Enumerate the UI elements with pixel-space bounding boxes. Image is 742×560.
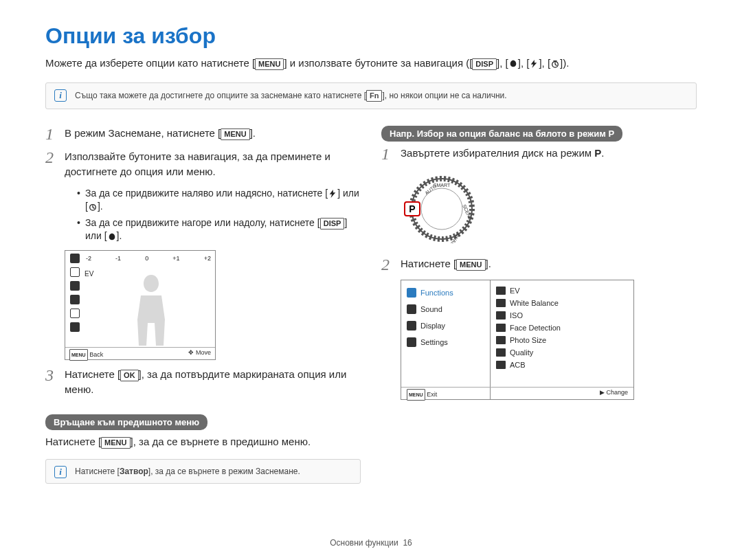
ev-label: EV: [85, 270, 93, 278]
shutter-label: Затвор: [120, 467, 148, 476]
mode-dial-icon: P AUTO SMART SCENE DUAL: [401, 175, 476, 243]
ev-m2: -2: [86, 255, 91, 267]
step-number-r2: 2: [381, 256, 394, 273]
svg-text:P: P: [409, 203, 415, 214]
fn-key: Fn: [366, 90, 382, 102]
ri-face: Face Detection: [491, 322, 633, 334]
ls1-pre: В режим Заснемане, натиснете [: [65, 127, 221, 139]
ev-p2: +2: [204, 255, 211, 267]
columns: 1 В режим Заснемане, натиснете [MENU]. 2…: [45, 126, 697, 501]
sep2: ], [: [518, 57, 530, 69]
ri-iso-label: ISO: [510, 311, 523, 320]
mi-sound-label: Sound: [420, 305, 442, 313]
mi-functions-label: Functions: [420, 289, 453, 297]
timer-icon: [550, 60, 560, 68]
subtitle-pre: Можете да изберете опции като натиснете …: [45, 57, 255, 69]
left-step-3-body: Натиснете [OK], за да потвърдите маркира…: [65, 367, 361, 398]
bullet-left-right: За да се придвижите наляво или надясно, …: [77, 187, 361, 214]
left-step-2: 2 Използвайте бутоните за навигация, за …: [45, 149, 361, 180]
subtitle-mid: ] и използвате бутоните за навигация ([: [284, 57, 472, 69]
ri-iso: ISO: [491, 309, 633, 322]
rs1-post: .: [601, 147, 604, 159]
footer-move: ✥ Move: [188, 349, 211, 358]
menu-item-display: Display: [401, 317, 490, 334]
left-column: 1 В режим Заснемане, натиснете [MENU]. 2…: [45, 126, 361, 501]
info-note-2: i Натиснете [Затвор], за да се върнете в…: [45, 459, 361, 484]
ri-ev: EV: [491, 284, 633, 297]
ri-quality-label: Quality: [510, 348, 533, 357]
p-mode: P: [594, 147, 601, 159]
ev-m1: -1: [115, 255, 121, 267]
left-step-1: 1 В режим Заснемане, натиснете [MENU].: [45, 126, 361, 142]
menu-key-2: MENU: [221, 128, 249, 140]
menu-item-functions: Functions: [401, 284, 490, 301]
ri-acb: ACB: [491, 359, 633, 371]
page-title: Опции за избор: [45, 23, 697, 49]
step-number-2: 2: [45, 149, 58, 180]
right-step-2: 2 Натиснете [MENU].: [381, 256, 697, 273]
timer-icon-2: [88, 203, 98, 211]
svg-text:SMART: SMART: [434, 183, 451, 188]
macro-icon: [508, 60, 518, 68]
left-step-1-body: В режим Заснемане, натиснете [MENU].: [65, 126, 361, 142]
wb-icon: [496, 299, 506, 307]
ri-size-label: Photo Size: [510, 336, 546, 344]
mf-change: ▶ Change: [600, 389, 628, 398]
macro-icon-2: [107, 233, 117, 241]
mf-exit: MENU Exit: [407, 389, 437, 398]
menu-key-small: MENU: [69, 349, 88, 361]
camera-ev-screen: -2 -1 0 +1 +2 EV MENU Back ✥ Move: [65, 250, 216, 360]
info-note-1: i Също така можете да достигнете до опци…: [45, 82, 697, 109]
step-number-3: 3: [45, 367, 58, 398]
return-line: Натиснете [MENU], за да се върнете в пре…: [45, 434, 361, 450]
menu-key-4: MENU: [456, 259, 485, 271]
ls1-post: ].: [250, 127, 256, 139]
flash-icon: [529, 60, 539, 68]
screen-footer: MENU Back ✥ Move: [65, 347, 215, 359]
ev-icon: [70, 254, 80, 263]
iso-icon-2: [496, 311, 506, 320]
menu-key-3: MENU: [101, 437, 130, 449]
ri-size: Photo Size: [491, 334, 633, 346]
camera-menu-screen: Functions Sound Display Settings EV Whit…: [401, 280, 634, 400]
acb-icon: [496, 361, 506, 369]
sep1: ], [: [497, 57, 508, 69]
face-icon-2: [496, 324, 506, 332]
manual-page: Опции за избор Можете да изберете опции …: [0, 0, 742, 560]
ri-acb-label: ACB: [510, 361, 526, 369]
rs2-post: ].: [486, 258, 491, 269]
ri-wb: White Balance: [491, 297, 633, 309]
menu-right-pane: EV White Balance ISO Face Detection Phot…: [491, 280, 633, 399]
step-number-r1: 1: [381, 146, 394, 162]
subtitle-end: ]).: [560, 57, 569, 69]
ri-wb-label: White Balance: [510, 299, 559, 307]
right-step-1: 1 Завъртете избирателния диск на режим P…: [381, 146, 697, 162]
b2-post: ].: [117, 230, 122, 241]
disp-key: DISP: [472, 58, 497, 70]
size-icon-2: [496, 336, 506, 344]
ri-face-label: Face Detection: [510, 324, 561, 332]
face-icon: [70, 281, 80, 291]
menu-left-pane: Functions Sound Display Settings: [401, 280, 491, 399]
iso-icon: [70, 267, 80, 277]
exit-label: Exit: [427, 391, 437, 398]
menu-item-settings: Settings: [401, 334, 490, 350]
ev-0: 0: [145, 255, 148, 267]
info2-post: ], за да се върнете в режим Заснемане.: [148, 467, 300, 476]
person-silhouette: [127, 271, 175, 347]
bullet-up-down: За да се придвижите нагоре или надолу, н…: [77, 216, 361, 243]
screen-left-icons: [68, 254, 82, 346]
flash-icon-2: [328, 190, 337, 198]
mi-display-label: Display: [420, 322, 445, 330]
disp-key-2: DISP: [320, 218, 345, 229]
example-subhead: Напр. Избор на опция баланс на бялото в …: [381, 126, 622, 142]
info1-pre: Също така можете да достигнете до опциит…: [75, 91, 366, 100]
ri-quality: Quality: [491, 346, 633, 359]
subtitle: Можете да изберете опции като натиснете …: [45, 56, 697, 71]
nav-bullets: За да се придвижите наляво или надясно, …: [65, 187, 361, 243]
menu-item-sound: Sound: [401, 301, 490, 317]
page-footer: Основни функции 16: [0, 538, 742, 548]
move-label: Move: [196, 349, 211, 356]
camera-icon: [407, 288, 416, 298]
b1-pre: За да се придвижите наляво или надясно, …: [85, 188, 328, 199]
